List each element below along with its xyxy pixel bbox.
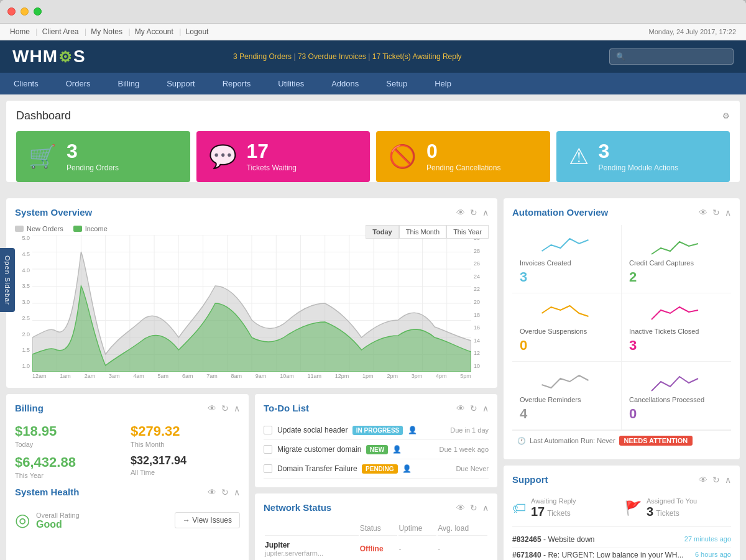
chart-area: Today This Month This Year New Orders	[15, 225, 489, 379]
sparkline-cancellations	[629, 369, 724, 394]
automation-collapse-icon[interactable]: ∧	[725, 208, 731, 218]
system-overview-header: System Overview 👁 ↻ ∧	[15, 207, 489, 218]
auto-invoices-created: Invoices Created 3	[512, 225, 622, 293]
tickets-awaiting-alert[interactable]: 17 Ticket(s) Awaiting Reply	[372, 52, 462, 61]
chart-btn-today[interactable]: Today	[366, 225, 399, 239]
legend-income-color	[73, 226, 82, 232]
automation-eye-icon[interactable]: 👁	[699, 208, 707, 218]
maximize-btn[interactable]	[34, 7, 42, 16]
nav-home[interactable]: Home	[10, 27, 30, 36]
sparkline-cc	[629, 232, 724, 257]
chart-btn-month[interactable]: This Month	[399, 225, 446, 239]
todo-badge-3: PENDING	[362, 464, 398, 474]
billing-header: Billing 👁 ↻ ∧	[15, 403, 240, 413]
modules-count: 3	[599, 141, 679, 161]
todo-collapse-icon[interactable]: ∧	[482, 403, 489, 413]
todo-checkbox-1[interactable]	[264, 426, 272, 434]
health-eye-icon[interactable]: 👁	[208, 487, 216, 497]
support-eye-icon[interactable]: 👁	[699, 475, 707, 485]
nav-clients[interactable]: Clients	[0, 73, 52, 94]
network-refresh-icon[interactable]: ↻	[470, 503, 477, 513]
stat-card-orders[interactable]: 🛒 3 Pending Orders	[16, 131, 190, 182]
stat-cards: 🛒 3 Pending Orders 💬 17 Tickets Waiting …	[16, 131, 730, 182]
awaiting-unit: Tickets	[547, 509, 571, 518]
search-input[interactable]	[609, 48, 734, 65]
cancellations-label: Pending Cancellations	[426, 163, 500, 172]
support-refresh-icon[interactable]: ↻	[712, 475, 720, 485]
pending-orders-alert[interactable]: 3 Pending Orders	[233, 52, 292, 61]
stat-card-modules[interactable]: ⚠ 3 Pending Module Actions	[556, 131, 730, 182]
assigned-count: 3	[647, 505, 653, 519]
billing-eye-icon[interactable]: 👁	[208, 403, 216, 413]
support-title: Support	[512, 474, 548, 485]
todo-checkbox-2[interactable]	[264, 445, 272, 454]
open-sidebar-tab[interactable]: Open Sidebar	[0, 248, 15, 313]
warning-icon: ⚠	[569, 144, 589, 170]
network-collapse-icon[interactable]: ∧	[482, 503, 489, 513]
clock-icon: 🕐	[517, 437, 526, 445]
todo-item: Migrate customer domain NEW 👤 Due 1 week…	[264, 440, 489, 459]
sparkline-invoices	[520, 232, 614, 257]
automation-refresh-icon[interactable]: ↻	[712, 208, 720, 218]
y-axis-right: 3028262422201816141210	[471, 235, 489, 379]
view-issues-button[interactable]: → View Issues	[175, 512, 240, 528]
server-load: -	[438, 537, 487, 560]
cancellations-count: 0	[426, 141, 500, 161]
awaiting-label: Awaiting Reply	[531, 497, 576, 505]
collapse-icon[interactable]: ∧	[482, 208, 489, 218]
billing-refresh-icon[interactable]: ↻	[221, 403, 229, 413]
health-refresh-icon[interactable]: ↻	[221, 487, 229, 497]
dashboard-settings-icon[interactable]: ⚙	[722, 111, 730, 121]
billing-month: $279.32 This Month	[131, 423, 240, 448]
automation-section: Automation Overview 👁 ↻ ∧	[504, 198, 740, 459]
billing-collapse-icon[interactable]: ∧	[234, 403, 240, 413]
support-collapse-icon[interactable]: ∧	[725, 475, 731, 485]
right-column: Automation Overview 👁 ↻ ∧	[504, 198, 740, 560]
nav-logout[interactable]: Logout	[186, 27, 209, 36]
nav-help[interactable]: Help	[421, 73, 465, 94]
nav-support[interactable]: Support	[153, 73, 209, 94]
system-health-section: System Health 👁 ↻ ∧ ◎ Overall	[15, 487, 240, 530]
nav-my-account[interactable]: My Account	[135, 27, 173, 36]
legend-orders: New Orders	[15, 225, 63, 232]
cart-icon: 🛒	[29, 144, 57, 170]
chart-btn-year[interactable]: This Year	[446, 225, 489, 239]
main-grid: System Overview 👁 ↻ ∧ Today This Month T	[6, 198, 740, 560]
billing-section: Billing 👁 ↻ ∧ $18.95 Today	[6, 394, 249, 560]
minimize-btn[interactable]	[21, 7, 29, 16]
stat-card-tickets[interactable]: 💬 17 Tickets Waiting	[196, 131, 371, 182]
col-uptime: Uptime	[398, 521, 436, 536]
ticket-link-2[interactable]: #671840 - Re: URGENT: Low balance in you…	[512, 551, 683, 559]
todo-due-3: Due Never	[456, 465, 489, 472]
todo-refresh-icon[interactable]: ↻	[470, 403, 477, 413]
stat-card-cancellations[interactable]: 🚫 0 Pending Cancellations	[376, 131, 550, 182]
automation-header: Automation Overview 👁 ↻ ∧	[512, 207, 731, 218]
overdue-invoices-alert[interactable]: 73 Overdue Invoices	[298, 52, 366, 61]
nav-addons[interactable]: Addons	[318, 73, 372, 94]
todo-header: To-Do List 👁 ↻ ∧	[264, 403, 489, 413]
topbar: Home | Client Area | My Notes | My Accou…	[0, 24, 746, 40]
titlebar	[0, 0, 746, 24]
support-section: Support 👁 ↻ ∧ 🏷 Awaiting Reply	[504, 466, 740, 560]
nav-my-notes[interactable]: My Notes	[91, 27, 122, 36]
tag-icon: 🏷	[512, 500, 526, 516]
support-stats: 🏷 Awaiting Reply 17 Tickets 🚩	[512, 492, 731, 527]
close-btn[interactable]	[7, 7, 16, 16]
network-header: Network Status 👁 ↻ ∧	[264, 502, 489, 513]
nav-orders[interactable]: Orders	[52, 73, 104, 94]
nav-client-area[interactable]: Client Area	[42, 27, 79, 36]
todo-checkbox-3[interactable]	[264, 464, 272, 473]
col-server	[265, 521, 359, 536]
nav-utilities[interactable]: Utilities	[264, 73, 318, 94]
health-collapse-icon[interactable]: ∧	[234, 487, 240, 497]
todo-eye-icon[interactable]: 👁	[456, 403, 465, 413]
eye-icon[interactable]: 👁	[456, 208, 465, 218]
awaiting-count: 17	[531, 505, 545, 519]
nav-reports[interactable]: Reports	[209, 73, 265, 94]
refresh-icon[interactable]: ↻	[470, 208, 477, 218]
nav-setup[interactable]: Setup	[372, 73, 421, 94]
nav-billing[interactable]: Billing	[104, 73, 153, 94]
network-eye-icon[interactable]: 👁	[456, 503, 465, 513]
auto-cc-captures: Credit Card Captures 2	[622, 225, 731, 293]
ticket-link-1[interactable]: #832465 - Website down	[512, 535, 595, 544]
